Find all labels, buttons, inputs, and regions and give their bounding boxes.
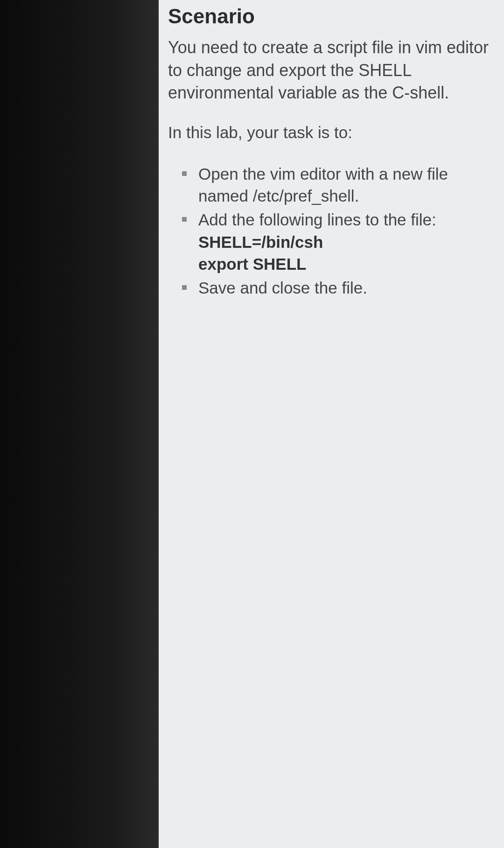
task-item-1: Open the vim editor with a new file name… xyxy=(182,163,495,207)
task-1-text-b: /etc/pref_shell. xyxy=(253,187,359,205)
task-2-code-2: export SHELL xyxy=(198,253,495,275)
task-2-text: Add the following lines to the file: xyxy=(198,210,436,229)
content-panel: Scenario You need to create a script fil… xyxy=(159,0,504,848)
task-item-2: Add the following lines to the file: SHE… xyxy=(182,209,495,275)
left-dark-panel xyxy=(0,0,159,848)
task-2-code-1: SHELL=/bin/csh xyxy=(198,231,495,253)
task-list: Open the vim editor with a new file name… xyxy=(168,163,495,299)
task-item-3: Save and close the file. xyxy=(182,277,495,299)
task-3-text: Save and close the file. xyxy=(198,279,367,297)
task-prompt: In this lab, your task is to: xyxy=(168,123,495,142)
intro-paragraph: You need to create a script file in vim … xyxy=(168,36,495,105)
scenario-heading: Scenario xyxy=(168,5,495,28)
